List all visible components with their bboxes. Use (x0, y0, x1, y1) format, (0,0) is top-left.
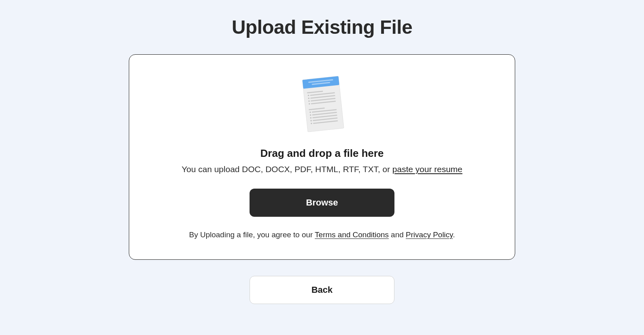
paste-resume-link[interactable]: paste your resume (392, 164, 462, 174)
dropzone-subtext: You can upload DOC, DOCX, PDF, HTML, RTF… (182, 164, 462, 174)
dropzone-heading: Drag and drop a file here (260, 147, 384, 160)
dropzone-subtext-prefix: You can upload DOC, DOCX, PDF, HTML, RTF… (182, 164, 392, 174)
privacy-link[interactable]: Privacy Policy (406, 230, 453, 239)
back-button[interactable]: Back (250, 276, 394, 304)
upload-dropzone[interactable]: Drag and drop a file here You can upload… (129, 54, 515, 260)
upload-page: Upload Existing File (0, 0, 644, 304)
browse-button[interactable]: Browse (250, 189, 394, 217)
terms-link[interactable]: Terms and Conditions (315, 230, 389, 239)
document-icon (298, 75, 346, 135)
legal-middle: and (389, 230, 406, 239)
legal-text: By Uploading a file, you agree to our Te… (189, 230, 455, 239)
page-title: Upload Existing File (232, 16, 413, 38)
legal-prefix: By Uploading a file, you agree to our (189, 230, 315, 239)
legal-suffix: . (453, 230, 455, 239)
